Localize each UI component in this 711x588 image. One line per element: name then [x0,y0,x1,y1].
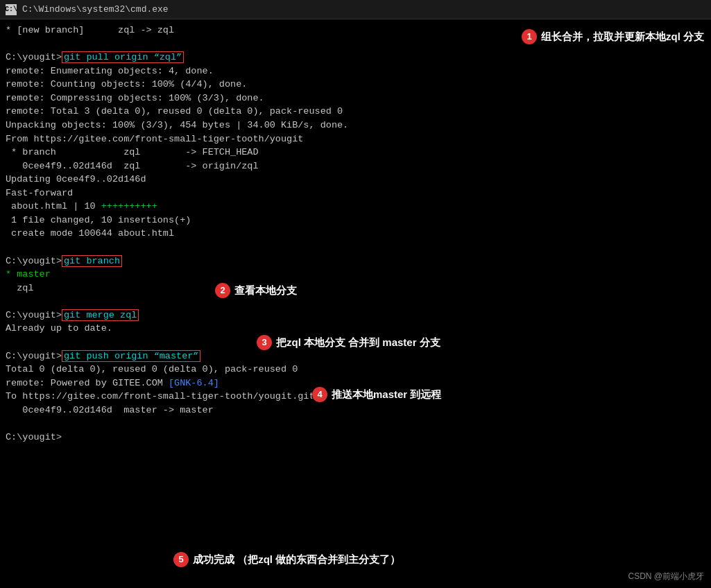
line-remote-4: remote: Total 3 (delta 0), reused 0 (del… [6,105,705,119]
line-already: Already up to date. [6,322,705,336]
line-create: create mode 100644 about.html [6,227,705,241]
line-from: From https://gitee.com/front-small-tiger… [6,132,705,146]
line-pull-cmd: C:\yougit>git pull origin “zql” [6,51,705,64]
line-master: * master [6,268,705,282]
merge-command: git merge zql [62,309,139,321]
annotation-5: 5 成功完成 （把zql 做的东西合并到主分支了） [173,552,400,567]
line-1: * [new branch] zql -> zql [6,24,705,37]
line-branch-cmd: C:\yougit>git branch [6,254,705,268]
line-changed: 1 file changed, 10 insertions(+) [6,214,705,227]
line-prompt-end: C:\yougit> [6,431,705,444]
badge-5: 5 [173,552,189,567]
line-blank-2 [6,241,705,254]
line-remote-3: remote: Compressing objects: 100% (3/3),… [6,92,705,105]
terminal: * [new branch] zql -> zql C:\yougit>git … [0,19,711,588]
line-zql: zql [6,282,705,295]
line-blank-1 [6,37,705,51]
line-blank-5 [6,417,705,431]
line-about: about.html | 10 ++++++++++ [6,200,705,214]
footer-credit: CSDN @前端小虎牙 [628,571,704,582]
line-blank-4 [6,336,705,349]
branch-command: git branch [62,255,122,267]
line-merge-cmd: C:\yougit>git merge zql [6,309,705,322]
line-updating: Updating 0cee4f9..02d146d [6,173,705,187]
line-remote-1: remote: Enumerating objects: 4, done. [6,64,705,78]
titlebar: C:\ C:\Windows\system32\cmd.exe [0,0,711,19]
credit-text: CSDN @前端小虎牙 [628,571,704,581]
line-ff: Fast-forward [6,187,705,200]
line-push-cmd: C:\yougit>git push origin “master” [6,349,705,363]
line-powered: remote: Powered by GITEE.COM [GNK-6.4] [6,377,705,390]
push-command: git push origin “master” [62,350,200,362]
titlebar-title: C:\Windows\system32\cmd.exe [22,4,169,15]
pull-command: git pull origin “zql” [62,51,184,63]
line-total: Total 0 (delta 0), reused 0 (delta 0), p… [6,363,705,377]
line-unpack: Unpacking objects: 100% (3/3), 454 bytes… [6,119,705,132]
line-remote-2: remote: Counting objects: 100% (4/4), do… [6,78,705,92]
annotation-5-text: 成功完成 （把zql 做的东西合并到主分支了） [193,552,400,567]
line-master-push: 0cee4f9..02d146d master -> master [6,404,705,417]
line-hash: 0cee4f9..02d146d zql -> origin/zql [6,159,705,173]
line-blank-3 [6,295,705,309]
line-to: To https://gitee.com/front-small-tiger-t… [6,390,705,404]
cmd-icon: C:\ [6,4,17,15]
line-branch-fetch: * branch zql -> FETCH_HEAD [6,146,705,159]
